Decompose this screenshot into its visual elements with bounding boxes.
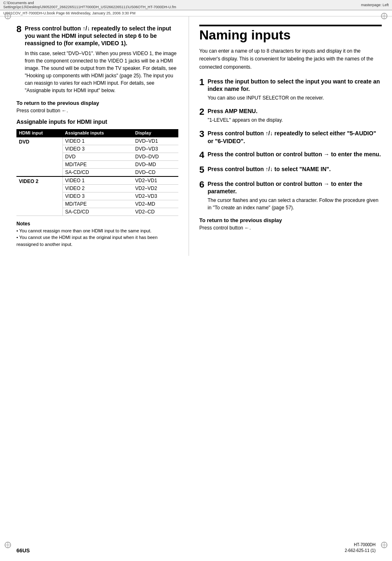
right-step-title: Press control button ↑/↓ to select "NAME… bbox=[208, 165, 382, 173]
step-8-block: 8 Press control button ↑/↓ repeatedly to… bbox=[16, 25, 178, 94]
footer-partnum: 2-662-625-11 (1) bbox=[345, 548, 376, 553]
table-cell-display: VD2–CD bbox=[133, 208, 178, 216]
right-step-title: Press control button ↑/↓ repeatedly to s… bbox=[208, 130, 382, 144]
file-bar: US01COV_HT-7000DH-U.book Page 66 Wednesd… bbox=[0, 10, 392, 16]
step-8-title: Press control button ↑/↓ repeatedly to s… bbox=[25, 25, 178, 47]
footer-model: HT-7000DH bbox=[354, 542, 376, 547]
table-cell-display: DVD–VD3 bbox=[133, 145, 178, 153]
table-header-assignable: Assignable inputs bbox=[62, 129, 133, 137]
right-step-block: 1Press the input button to select the in… bbox=[199, 78, 382, 102]
table-cell-assignable: VIDEO 3 bbox=[62, 192, 133, 200]
table-cell-display: VD2–VD3 bbox=[133, 192, 178, 200]
table-cell-assignable: VIDEO 1 bbox=[62, 137, 133, 145]
table-cell-assignable: DVD bbox=[62, 153, 133, 160]
table-row: VIDEO 2VIDEO 1VD2–VD1 bbox=[16, 176, 178, 185]
header-filepath: C:\Documents and Settings\pc13\Desktop\J… bbox=[3, 1, 176, 9]
right-step-title: Press the control button or control butt… bbox=[208, 151, 382, 158]
right-step-number: 3 bbox=[199, 130, 204, 139]
notes-section: Notes You cannot reassign more than one … bbox=[16, 220, 178, 248]
hdmi-table: HDMI input Assignable inputs Display DVD… bbox=[16, 129, 178, 216]
right-step-title: Press the input button to select the inp… bbox=[208, 78, 382, 93]
page-number: 66US bbox=[16, 547, 30, 554]
return-display-heading-right: To return to the previous display bbox=[199, 217, 382, 223]
footer: 66US HT-7000DH 2-662-625-11 (1) bbox=[0, 542, 392, 554]
table-cell-assignable: VIDEO 1 bbox=[62, 176, 133, 185]
table-header-display: Display bbox=[133, 129, 178, 137]
notes-item: You cannot reassign more than one HDMI i… bbox=[16, 227, 178, 234]
table-cell-display: DVD–MD bbox=[133, 160, 178, 168]
table-cell-display: DVD–DVD bbox=[133, 153, 178, 160]
corner-mark-tr bbox=[380, 12, 388, 20]
main-content: 8 Press control button ↑/↓ repeatedly to… bbox=[0, 16, 392, 256]
right-step-title: Press AMP MENU. bbox=[208, 107, 382, 115]
table-header-hdmi: HDMI input bbox=[16, 129, 62, 137]
corner-mark-tl bbox=[4, 12, 12, 20]
return-display-text-right: Press control button ←. bbox=[199, 224, 382, 232]
right-step-block: 4Press the control button or control but… bbox=[199, 151, 382, 160]
right-step-body: "1-LEVEL" appears on the display. bbox=[208, 116, 382, 124]
right-step-number: 5 bbox=[199, 165, 204, 174]
table-cell-display: DVD–VD1 bbox=[133, 137, 178, 145]
right-step-block: 5Press control button ↑/↓ to select "NAM… bbox=[199, 165, 382, 174]
table-cell-assignable: SA-CD/CD bbox=[62, 168, 133, 176]
notes-title: Notes bbox=[16, 220, 178, 227]
notes-item: You cannot use the HDMI input as the ori… bbox=[16, 234, 178, 248]
header-masterpage: masterpage: Left bbox=[361, 3, 389, 7]
right-step-block: 2Press AMP MENU."1-LEVEL" appears on the… bbox=[199, 107, 382, 124]
return-display-heading-left: To return to the previous display bbox=[16, 100, 178, 106]
footer-right: HT-7000DH 2-662-625-11 (1) bbox=[345, 542, 376, 554]
right-step-body: The cursor flashes and you can select a … bbox=[208, 197, 382, 211]
right-steps-container: 1Press the input button to select the in… bbox=[199, 78, 382, 211]
table-cell-assignable: VIDEO 3 bbox=[62, 145, 133, 153]
assignable-inputs-heading: Assignable inputs for HDMI input bbox=[16, 118, 178, 125]
table-cell-display: VD2–MD bbox=[133, 200, 178, 208]
intro-text: You can enter a name of up to 8 characte… bbox=[199, 47, 382, 71]
table-cell-hdmi-input: DVD bbox=[16, 137, 62, 176]
section-title: Naming inputs bbox=[199, 25, 382, 42]
right-step-block: 3Press control button ↑/↓ repeatedly to … bbox=[199, 130, 382, 144]
notes-list: You cannot reassign more than one HDMI i… bbox=[16, 227, 178, 248]
table-cell-assignable: VIDEO 2 bbox=[62, 184, 133, 192]
table-cell-assignable: MD/TAPE bbox=[62, 160, 133, 168]
right-step-number: 2 bbox=[199, 107, 204, 116]
right-step-number: 6 bbox=[199, 180, 204, 189]
step-8-body: In this case, select "DVD–VD1". When you… bbox=[25, 50, 178, 94]
table-cell-assignable: SA-CD/CD bbox=[62, 208, 133, 216]
table-row: DVDVIDEO 1DVD–VD1 bbox=[16, 137, 178, 145]
table-cell-display: DVD–CD bbox=[133, 168, 178, 176]
table-cell-display: VD2–VD2 bbox=[133, 184, 178, 192]
step-8-number: 8 bbox=[16, 25, 21, 34]
right-step-block: 6Press the control button or control but… bbox=[199, 180, 382, 211]
left-column: 8 Press control button ↑/↓ repeatedly to… bbox=[0, 16, 189, 256]
header-bar: C:\Documents and Settings\pc13\Desktop\J… bbox=[0, 0, 392, 10]
right-step-number: 1 bbox=[199, 78, 204, 87]
right-column: Naming inputs You can enter a name of up… bbox=[189, 16, 392, 256]
table-cell-hdmi-input: VIDEO 2 bbox=[16, 176, 62, 216]
table-cell-assignable: MD/TAPE bbox=[62, 200, 133, 208]
right-step-body: You can also use INPUT SELECTOR on the r… bbox=[208, 94, 382, 102]
right-step-title: Press the control button or control butt… bbox=[208, 180, 382, 195]
table-cell-display: VD2–VD1 bbox=[133, 176, 178, 185]
return-display-text-left: Press control button ←. bbox=[16, 107, 178, 114]
right-step-number: 4 bbox=[199, 151, 204, 160]
